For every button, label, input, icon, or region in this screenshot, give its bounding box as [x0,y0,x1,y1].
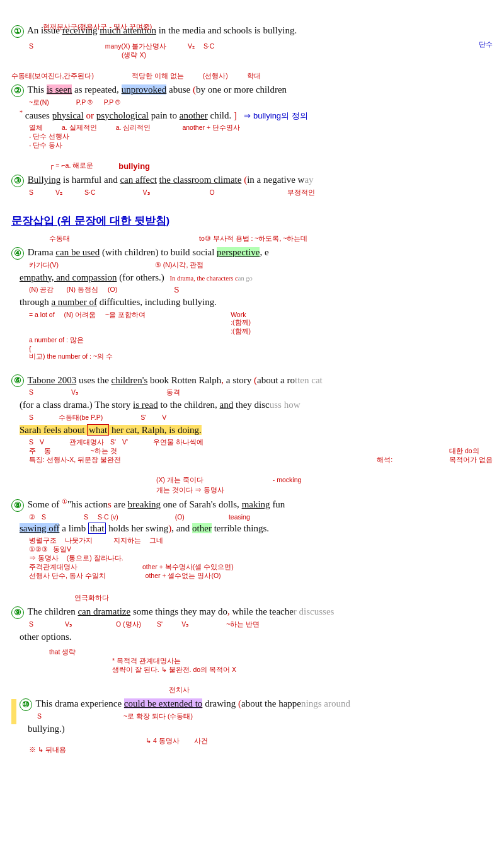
sentence-8a-text: ⑧ Some of ①"his actions are breaking one… [11,496,493,513]
ann-s8-S: S [42,513,46,521]
s4-top: 수동태 to⑩ 부사적 용법 : ~하도록, ~하는데 [11,234,493,243]
ann-sa-dongsa: ↳ 4 동명사 [146,737,180,744]
ann-poham: ~을 포함하여 [105,311,146,336]
ann-teukjing: 특징: 선행사-X, 뒤문장 불완전 [29,456,121,463]
main-content: 현재분사구(형용사구 - 명사 꾸며줌) ① An issue receivin… [6,6,498,771]
s6-what-box: what [87,424,109,436]
ann-s8-S2: S [84,513,88,521]
s4-can-be-used: can be used [55,247,100,257]
s6-comma: , [221,375,224,385]
s6-cutoff2: uss how [270,400,301,410]
num-10: ⑩ [20,698,32,711]
ann-haesuk: 해석: [377,456,392,465]
ann-s6-donggyeok: 동격 [166,388,180,397]
s4-ann1: 카가다(V) ⑤ (N)시각, 관점 [29,261,493,270]
ann-s3-O: O [210,188,215,197]
ann-dongil: 동일V [53,545,71,553]
s8-making: making [242,499,270,509]
s4-empathy: empathy, and compassion [20,272,117,282]
ann-s6-Sprime: S' [140,414,146,422]
ann-dae: 대한 do의목적어가 없음 [449,447,493,465]
ann-geune: 그네 [149,536,163,544]
s2-ann1: ~로(N) P.P ® P.P ® [29,98,493,107]
sentence-9-block: 연극화하다 ⑨ The children can dramatize some … [11,592,493,674]
ann-s2-jeokdang: 적당한 이해 없는 [132,72,184,81]
num-1: ① [11,25,24,38]
num-6: ⑥ [11,374,24,387]
ann-s4-toright: to⑩ 부사적 용법 : ~하도록, ~하는데 [199,234,307,243]
ann-s6-sudo2: 수동태(be P.P) [59,414,103,422]
ann-work: Work:(함께):(함께) [231,311,251,336]
s8-ann6: 선행사 단수, 동사 수일치 other + 셀수없는 명사(O) [29,572,493,581]
ann-noun-gam: (N) 공감 [29,286,54,294]
s10-top: 전치사 [11,686,493,695]
sentence-8-block: (X) 개는 죽이다 - mocking 개는 것이다 ⇒ 동명사 ⑧ Some… [11,476,493,581]
s8-ann1: ② S S S·C (v) (O) teasing [29,513,493,521]
ann-thenumberof: 비교) the number of : ~의 수 [29,352,493,361]
ann-alotof: = a lot of [29,311,55,336]
s9-top: 연극화하다 [11,592,493,603]
s2-or: or [86,110,94,120]
sentence-1-block: 현재분사구(형용사구 - 명사 꾸며줌) ① An issue receivin… [11,23,493,61]
s2-ann3: - 단수 선행사 - 단수 동사 [29,132,493,150]
s2-paren-open: ( [193,84,196,95]
s6-tabone: Tabone 2003 [27,375,76,385]
ann-dong-sa: ⇒ 동명사 [29,554,59,562]
ann-dong: 동 [44,447,51,454]
s10-ann1: S ~로 확장 되다 (수동태) [37,712,350,721]
num-3: ③ [11,175,24,187]
sentence-2a-text: ② This is seen as repeated, unprovoked a… [11,82,493,98]
ann-s6-Sprime2: S' [110,438,116,447]
s6-is-read: is read [133,400,158,410]
s2-ann2: 열체 a. 실제적인 a. 심리적인 another + 단수명사 [29,124,493,132]
ann-teasing: teasing [229,513,250,521]
s10-bottom-note: ※ ↳ 뒤내용 [29,746,493,755]
ann-pp2: P.P ® [104,98,120,106]
s6-ann1: S V₃ 동격 [29,388,493,397]
sentence-6-block: ⑥ Tabone 2003 uses the children's book R… [11,373,493,465]
ann-anumberof: a number of : 많은 [29,336,493,345]
ann-byeong: 병렬구조 [29,536,57,544]
s8-breaking: breaking [128,499,161,509]
s9-comma: , [227,606,230,616]
sentence-3-text: ③ Bullying is harmful and can affect the… [11,172,493,188]
ann-s1-many: many(X) 불가산명사 [105,42,167,50]
ann-another: another + 단수명사 [182,124,240,132]
ann-s6-V2: V [40,438,44,447]
s6-ann4: 주 동 ~하는 것 대한 do의목적어가 없음 [29,447,493,456]
s2-another: another [180,110,208,120]
s9-ann3: * 목적격 관계대명사는 [112,657,493,666]
ann-s8-O: (O) [175,513,185,521]
s3-ann: S V₂ S·C V₃ O 부정적인 [29,188,493,197]
ann-singular2: - 단수 동사 [29,141,493,150]
ann-tongil: (통으로) 잘라나다. [67,554,123,562]
s8-sawing: sawing off [20,523,59,533]
ann-s3-bullying: bullying [118,161,150,171]
ann-s9-banmyeon: ~하는 반면 [226,620,260,629]
sentence-8b-text: sawing off a limb that holds her swing),… [20,521,493,537]
ann-s3-a-haeroun: ┌ = ⌐a. 해로운 [49,161,93,171]
sentence-2-block: 수동태(보여진다,간주된다) 적당한 이해 없는 (선행사) 학대 ② This… [11,72,493,150]
s10-could-be-extended: could be extended to [124,698,203,709]
s3-top: ┌ = ⌐a. 해로운 bullying [11,161,493,171]
ann-that-saengnyak: that 생략 [49,648,76,656]
ann-s6-V: V [162,414,166,422]
ann-s4-noun5: ⑤ (N)시각, 관점 [155,261,203,269]
section-header-label: 문장삽입 (위 문장에 대한 뒷받침) [11,215,169,227]
s3-can-affect: can affect [120,175,156,185]
s2-psychological: psychological [96,110,149,120]
s4-ann2: (N) 공감 (N) 동정심 (O) S [29,286,493,294]
ann-pp1: P.P ® [76,98,93,106]
sentence-2b-text: * causes physical or psychological pain … [20,107,493,124]
s8-s-mark: s [108,499,112,509]
ann-s1-saengnyak: (생략 X) [122,51,493,60]
ann-saengnyak2: 생략이 잘 된다. ↳ 불완전. do의 목적어 X [112,666,236,673]
s6-ann5: 특징: 선행사-X, 뒤문장 불완전 해석: [29,456,493,465]
s9-they: they [181,606,197,616]
ann-anumberofsub: { [29,345,493,352]
ann-s6-V3: V₃ [71,388,78,397]
ann-s8-circ2: ② [29,513,35,521]
sentence-6b-text: (for a class drama.) The story is read t… [20,397,493,414]
ann-s6-S3: S [29,438,33,447]
ann-s10-jeonchi: 전치사 [169,686,190,695]
